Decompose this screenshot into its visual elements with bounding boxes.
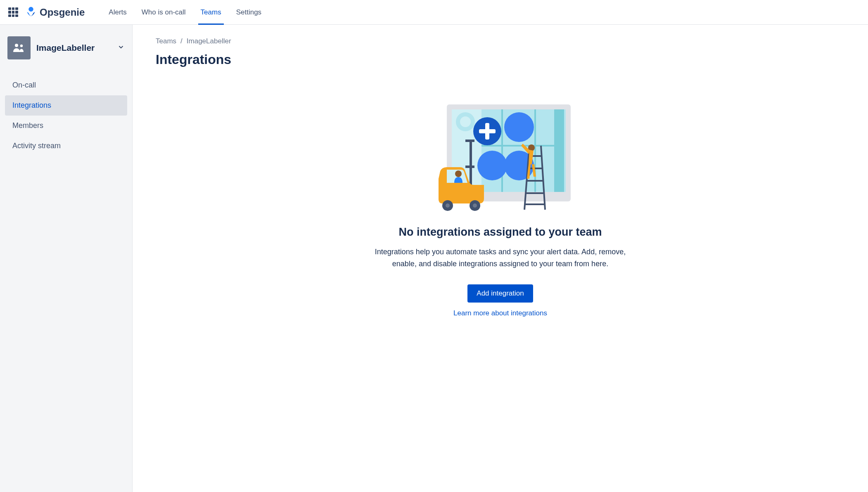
- team-name: ImageLabeller: [36, 43, 95, 53]
- sidebar: ImageLabeller On-call Integrations Membe…: [0, 25, 133, 492]
- page-title: Integrations: [156, 52, 845, 67]
- svg-rect-26: [465, 166, 474, 168]
- svg-rect-25: [465, 140, 474, 142]
- sidebar-item-members[interactable]: Members: [5, 116, 127, 136]
- empty-state-description: Integrations help you automate tasks and…: [368, 246, 633, 270]
- svg-rect-15: [479, 129, 496, 133]
- empty-state-title: No integrations assigned to your team: [398, 226, 602, 239]
- main-layout: ImageLabeller On-call Integrations Membe…: [0, 25, 868, 492]
- svg-rect-6: [501, 109, 503, 192]
- nav-who-is-on-call[interactable]: Who is on-call: [134, 0, 193, 24]
- breadcrumb-teams[interactable]: Teams: [156, 37, 176, 45]
- breadcrumb-separator: /: [180, 37, 183, 45]
- nav-alerts[interactable]: Alerts: [101, 0, 134, 24]
- svg-point-11: [477, 151, 507, 180]
- svg-rect-7: [534, 109, 536, 192]
- nav-settings[interactable]: Settings: [229, 0, 269, 24]
- team-selector[interactable]: ImageLabeller: [5, 33, 127, 63]
- svg-point-0: [15, 44, 18, 47]
- svg-point-1: [20, 45, 23, 47]
- main-nav: Alerts Who is on-call Teams Settings: [101, 0, 269, 24]
- product-logo[interactable]: Opsgenie: [26, 6, 85, 19]
- empty-state: No integrations assigned to your team In…: [356, 84, 645, 317]
- top-navigation: Opsgenie Alerts Who is on-call Teams Set…: [0, 0, 868, 25]
- sidebar-item-integrations[interactable]: Integrations: [5, 95, 127, 116]
- learn-more-link[interactable]: Learn more about integrations: [453, 309, 547, 317]
- add-integration-button[interactable]: Add integration: [467, 284, 533, 303]
- empty-state-illustration: [426, 96, 575, 213]
- opsgenie-logo-icon: [26, 6, 36, 19]
- sidebar-item-activity-stream[interactable]: Activity stream: [5, 136, 127, 156]
- sidebar-item-on-call[interactable]: On-call: [5, 75, 127, 95]
- svg-point-29: [446, 203, 450, 208]
- svg-point-10: [504, 112, 534, 142]
- chevron-down-icon: [117, 43, 125, 52]
- main-content: Teams / ImageLabeller Integrations: [133, 25, 868, 492]
- nav-teams[interactable]: Teams: [193, 0, 229, 24]
- breadcrumb: Teams / ImageLabeller: [156, 37, 845, 45]
- product-name: Opsgenie: [40, 7, 85, 18]
- app-switcher-icon[interactable]: [8, 7, 18, 17]
- breadcrumb-imagelabeller[interactable]: ImageLabeller: [187, 37, 231, 45]
- svg-point-30: [473, 203, 477, 208]
- sidebar-nav: On-call Integrations Members Activity st…: [5, 75, 127, 156]
- team-icon: [7, 36, 31, 59]
- svg-rect-24: [470, 140, 472, 189]
- svg-point-31: [455, 170, 462, 177]
- svg-rect-8: [554, 109, 564, 192]
